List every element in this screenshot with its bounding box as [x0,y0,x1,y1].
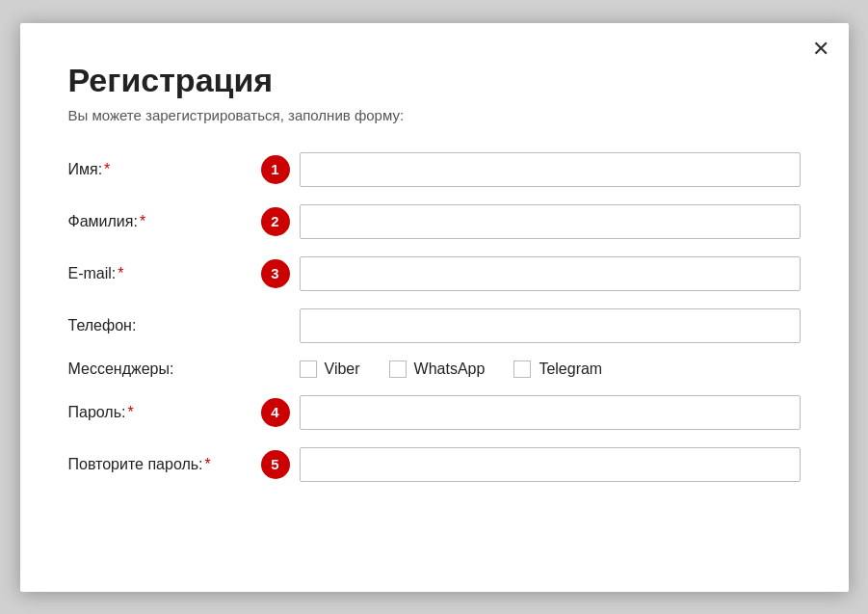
input-email[interactable] [300,256,801,291]
input-last-name[interactable] [300,204,801,239]
input-first-name[interactable] [300,152,801,187]
required-star-last-name: * [140,213,145,229]
messenger-telegram-label: Telegram [539,360,602,378]
step-badge-3: 3 [261,259,290,288]
modal-title: Регистрация [68,62,801,99]
field-row-confirm-password: Повторите пароль:* 5 [68,447,801,482]
registration-modal: ✕ Регистрация Вы можете зарегистрировать… [20,23,849,592]
label-confirm-password: Повторите пароль:* [68,456,261,473]
close-button[interactable]: ✕ [812,39,829,60]
step-badge-4: 4 [261,398,290,427]
field-row-phone: Телефон: [68,308,801,343]
label-messengers: Мессенджеры: [68,360,261,378]
label-email: E-mail:* [68,265,261,282]
required-star-confirm-password: * [205,456,211,472]
step-badge-2: 2 [261,207,290,236]
label-last-name: Фамилия:* [68,213,261,230]
field-row-messengers: Мессенджеры: Viber WhatsApp Telegram [68,360,801,378]
input-phone[interactable] [300,308,801,343]
step-badge-1: 1 [261,155,290,184]
required-star-first-name: * [104,161,110,177]
checkbox-viber[interactable] [300,360,317,378]
messenger-viber[interactable]: Viber [300,360,360,378]
checkbox-telegram[interactable] [513,360,531,378]
field-row-last-name: Фамилия:* 2 [68,204,801,239]
label-password: Пароль:* [68,404,261,421]
checkbox-whatsapp[interactable] [389,360,407,378]
field-row-email: E-mail:* 3 [68,256,801,291]
modal-subtitle: Вы можете зарегистрироваться, заполнив ф… [68,107,801,123]
messenger-whatsapp-label: WhatsApp [414,360,486,378]
label-phone: Телефон: [68,317,261,334]
required-star-email: * [118,265,123,281]
field-row-password: Пароль:* 4 [68,395,801,430]
messengers-options: Viber WhatsApp Telegram [300,360,603,378]
messenger-whatsapp[interactable]: WhatsApp [389,360,486,378]
messenger-telegram[interactable]: Telegram [513,360,602,378]
step-badge-5: 5 [261,450,290,479]
messenger-viber-label: Viber [325,360,360,378]
label-first-name: Имя:* [68,161,261,178]
input-confirm-password[interactable] [300,447,801,482]
input-password[interactable] [300,395,801,430]
field-row-first-name: Имя:* 1 [68,152,801,187]
required-star-password: * [127,404,133,420]
